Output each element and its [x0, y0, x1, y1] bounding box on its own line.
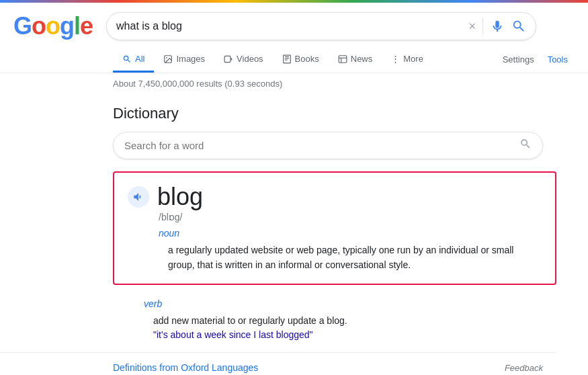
phonetic: /blɒg/	[128, 212, 542, 222]
tab-more-label: More	[403, 54, 423, 64]
tools-link[interactable]: Tools	[541, 46, 575, 73]
noun-definition: a regularly updated website or web page,…	[128, 243, 531, 273]
speaker-icon	[132, 191, 144, 203]
noun-pos: noun	[128, 228, 542, 239]
svg-rect-4	[283, 55, 290, 63]
verb-section: verb add new material to or regularly up…	[0, 293, 556, 345]
search-submit-icon[interactable]	[511, 19, 526, 34]
nav-tabs: All Images Videos Books News ⋮ More Sett…	[0, 46, 588, 73]
tab-more[interactable]: ⋮ More	[382, 46, 433, 73]
logo-o1: o	[32, 12, 46, 40]
tab-all-label: All	[135, 54, 144, 64]
more-tab-icon: ⋮	[391, 54, 400, 64]
svg-rect-2	[224, 56, 230, 62]
books-tab-icon	[282, 54, 292, 64]
dictionary-search-input[interactable]	[124, 140, 519, 151]
logo-g: G	[13, 12, 32, 40]
mic-icon[interactable]	[490, 19, 505, 34]
word-heading: blog	[157, 185, 203, 209]
header: Google ×	[0, 3, 588, 46]
tab-videos[interactable]: Videos	[214, 46, 273, 73]
tab-all[interactable]: All	[113, 46, 154, 73]
google-logo: Google	[13, 12, 93, 40]
search-bar-icons: ×	[469, 18, 527, 34]
search-input[interactable]	[116, 20, 463, 32]
videos-tab-icon	[224, 54, 233, 64]
verb-definition: add new material to or regularly update …	[113, 313, 516, 328]
oxford-source-link[interactable]: Definitions from Oxford Languages	[113, 362, 258, 373]
tab-books[interactable]: Books	[273, 46, 329, 73]
svg-point-1	[167, 57, 168, 58]
clear-icon[interactable]: ×	[469, 19, 476, 34]
news-tab-icon	[338, 54, 347, 64]
feedback-link[interactable]: Feedback	[505, 363, 543, 373]
dictionary-section: Dictionary blog /blɒg/ noun a regularly …	[0, 94, 588, 285]
tab-books-label: Books	[295, 54, 319, 64]
tab-news-label: News	[351, 54, 373, 64]
speaker-button[interactable]	[128, 186, 149, 208]
dictionary-search-icon	[519, 138, 532, 153]
verb-pos: verb	[113, 298, 543, 309]
logo-l: l	[74, 12, 80, 40]
tab-images-label: Images	[176, 54, 205, 64]
results-count: About 7,450,000,000 results (0.93 second…	[113, 79, 282, 89]
nav-right: Settings Tools	[496, 46, 575, 73]
verb-example: "it's about a week since I last blogged"	[113, 329, 543, 340]
dictionary-search-bar[interactable]	[113, 132, 543, 159]
results-info: About 7,450,000,000 results (0.93 second…	[0, 73, 588, 94]
search-bar[interactable]: ×	[106, 12, 536, 40]
word-header: blog	[128, 185, 542, 209]
dictionary-title: Dictionary	[113, 105, 575, 122]
oxford-footer: Definitions from Oxford Languages Feedba…	[0, 352, 556, 375]
svg-rect-8	[339, 55, 347, 62]
settings-link[interactable]: Settings	[496, 46, 541, 73]
images-tab-icon	[163, 54, 173, 64]
logo-g2: g	[60, 12, 74, 40]
all-tab-icon	[122, 54, 132, 64]
vertical-divider	[482, 18, 483, 34]
logo-e: e	[80, 12, 93, 40]
logo-o2: o	[46, 12, 60, 40]
tab-news[interactable]: News	[329, 46, 382, 73]
word-card: blog /blɒg/ noun a regularly updated web…	[113, 171, 556, 285]
tab-videos-label: Videos	[237, 54, 263, 64]
tab-images[interactable]: Images	[154, 46, 214, 73]
